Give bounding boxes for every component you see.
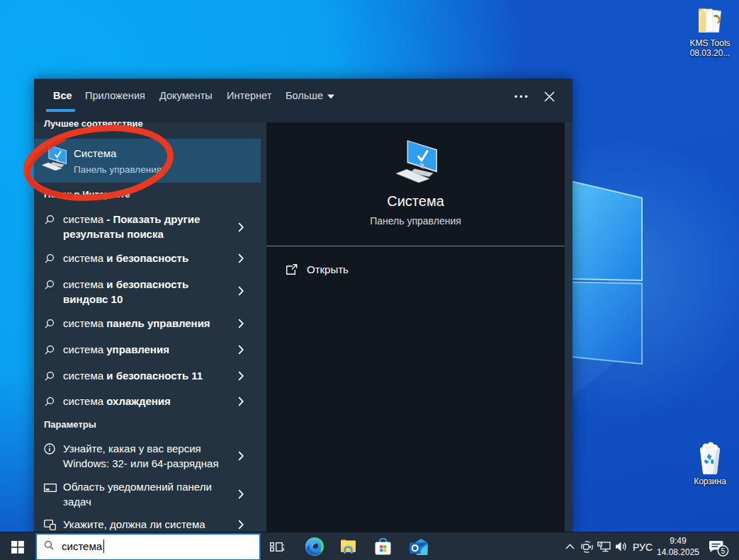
svg-text:5: 5 (721, 547, 726, 555)
